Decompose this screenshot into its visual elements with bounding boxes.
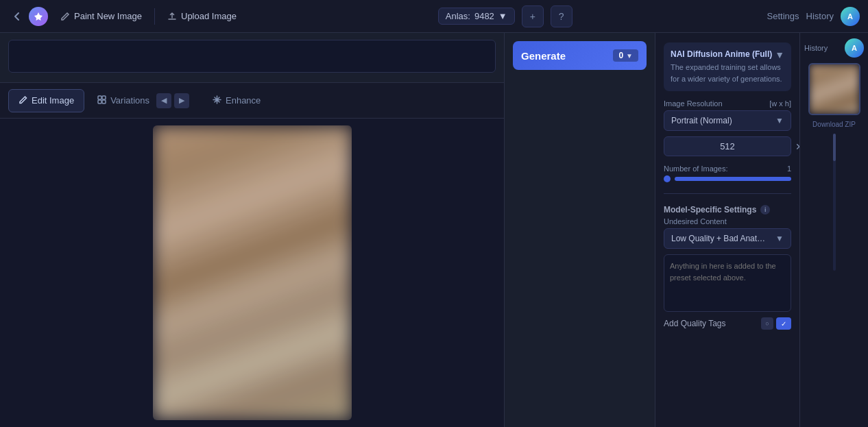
num-images-row [664, 175, 791, 182]
model-specific-section: Model-Specific Settings i Undesired Cont… [664, 205, 791, 330]
undesired-textarea[interactable] [664, 254, 791, 312]
variations-icon [97, 95, 106, 106]
resolution-hint: [w x h] [769, 99, 791, 108]
model-title: NAI Diffusion Anime (Full) [671, 49, 784, 59]
nav-left: Paint New Image Upload Image [8, 7, 243, 26]
topnav: Paint New Image Upload Image Anlas: 9482… [0, 0, 868, 33]
logo-icon [29, 7, 48, 26]
anlas-display: Anlas: 9482 ▼ [438, 8, 515, 25]
svg-rect-3 [102, 100, 106, 103]
center-panel: Generate 0 ▼ [505, 33, 655, 427]
variations-controls: ◀ ▶ [156, 93, 189, 108]
num-images-section: Number of Images: 1 [664, 164, 791, 182]
paint-new-image-button[interactable]: Paint New Image [53, 8, 149, 25]
history-panel: History A Download ZIP [799, 33, 868, 427]
add-button[interactable]: + [522, 5, 544, 27]
svg-rect-0 [98, 96, 101, 99]
undesired-label: Undesired Content [664, 217, 791, 225]
anlas-label: Anlas: [446, 11, 470, 21]
cost-arrow-icon: ▼ [626, 52, 633, 60]
dropdown-arrow-icon: ▼ [775, 116, 784, 125]
back-button[interactable] [8, 8, 26, 25]
settings-panel: NAI Diffusion Anime (Full) The expanded … [655, 33, 799, 427]
image-area [0, 119, 504, 427]
quality-tags-label: Add Quality Tags [664, 319, 726, 328]
undesired-section: Undesired Content Low Quality + Bad Anat… [664, 217, 791, 315]
toggle-on-state: ✓ [776, 317, 791, 330]
model-info-block: NAI Diffusion Anime (Full) The expanded … [664, 42, 791, 91]
generate-button[interactable]: Generate 0 ▼ [513, 41, 647, 70]
nav-center: Anlas: 9482 ▼ + ? [249, 5, 762, 27]
main-layout: Edit Image Variations ◀ ▶ [0, 33, 868, 427]
settings-divider [664, 193, 791, 194]
width-input[interactable] [664, 136, 791, 156]
resolution-inputs: ✕ [664, 136, 791, 156]
history-header: History A [804, 38, 864, 58]
left-panel: Edit Image Variations ◀ ▶ [0, 33, 505, 427]
variations-right-btn[interactable]: ▶ [174, 93, 189, 108]
avatar: A [841, 7, 860, 26]
resolution-label: Image Resolution [w x h] [664, 99, 791, 108]
prompt-input[interactable] [8, 40, 496, 73]
num-images-label: Number of Images: 1 [664, 164, 791, 173]
history-label: History [804, 44, 828, 52]
upload-image-button[interactable]: Upload Image [160, 8, 243, 25]
settings-link[interactable]: Settings [767, 11, 799, 21]
collapse-model-button[interactable]: ▼ [775, 49, 784, 60]
image-preview [153, 125, 352, 420]
variations-left-btn[interactable]: ◀ [156, 93, 171, 108]
history-thumbnail[interactable] [808, 63, 860, 115]
quality-tags-row: Add Quality Tags ○ ✓ [664, 317, 791, 330]
history-link[interactable]: History [806, 11, 834, 21]
num-images-dot [664, 175, 671, 182]
tab-enhance[interactable]: Enhance [202, 89, 271, 112]
toggle-off-state: ○ [761, 317, 773, 330]
num-images-slider[interactable] [675, 177, 791, 181]
anlas-arrow-icon: ▼ [498, 11, 507, 21]
prompt-area [0, 33, 504, 83]
model-specific-header: Model-Specific Settings i [664, 205, 791, 215]
history-thumb-image [810, 64, 859, 114]
nav-divider [154, 8, 155, 25]
num-images-value: 1 [787, 164, 791, 173]
model-specific-info-icon[interactable]: i [760, 205, 770, 215]
nav-right: Settings History A [767, 7, 860, 26]
preview-image [153, 125, 352, 420]
tabs-bar: Edit Image Variations ◀ ▶ [0, 83, 504, 119]
tab-edit-image[interactable]: Edit Image [8, 89, 84, 112]
anlas-value: 9482 [474, 11, 494, 21]
resolution-preset-dropdown[interactable]: Portrait (Normal) ▼ [664, 110, 791, 131]
undesired-preset-dropdown[interactable]: Low Quality + Bad Anat… ▼ [664, 228, 791, 249]
gen-cost-badge: 0 ▼ [613, 49, 638, 62]
tab-variations[interactable]: Variations ◀ ▶ [87, 87, 200, 114]
svg-rect-1 [102, 96, 106, 99]
history-scrollbar-thumb [833, 134, 836, 161]
enhance-icon [213, 95, 221, 106]
download-zip-button[interactable]: Download ZIP [812, 121, 856, 128]
model-description: The expanded training set allows for a w… [671, 62, 784, 84]
undesired-dropdown-arrow-icon: ▼ [775, 234, 784, 243]
help-button[interactable]: ? [551, 5, 572, 27]
resolution-section: Image Resolution [w x h] Portrait (Norma… [664, 99, 791, 156]
svg-rect-2 [98, 100, 101, 103]
history-scrollbar-track[interactable] [833, 134, 836, 271]
edit-icon [19, 95, 27, 106]
quality-tags-toggle[interactable]: ○ ✓ [761, 317, 791, 330]
history-avatar: A [845, 38, 864, 58]
